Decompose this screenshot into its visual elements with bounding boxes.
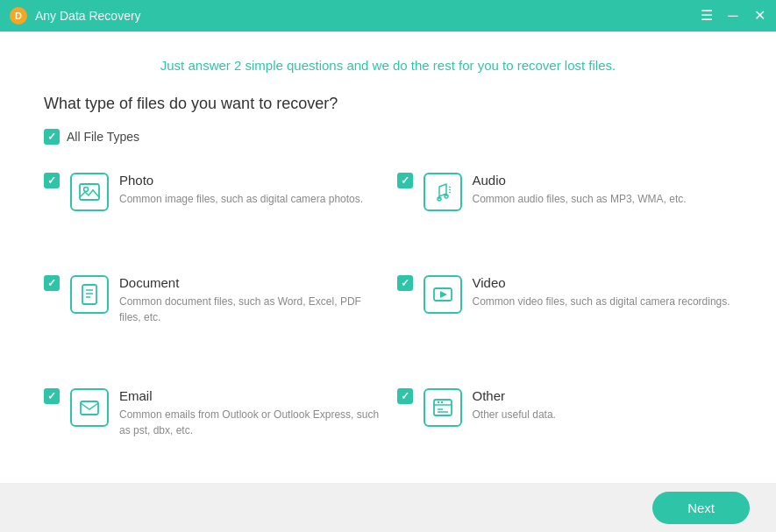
file-type-audio: Audio Common audio files, such as MP3, W… [397,162,733,256]
other-info: Other Other useful data. [473,388,733,422]
file-type-other: Other Other useful data. [397,378,733,483]
svg-rect-2 [80,184,99,200]
audio-info: Audio Common audio files, such as MP3, W… [473,173,733,207]
titlebar: D Any Data Recovery ☰ ─ ✕ [0,0,776,32]
email-desc: Common emails from Outlook or Outlook Ex… [119,407,380,438]
audio-icon [431,180,455,204]
photo-icon [77,180,102,204]
other-checkbox[interactable] [397,388,413,404]
app-logo: D [9,6,28,25]
svg-point-3 [84,188,89,192]
app-title: Any Data Recovery [35,9,699,23]
main-content: Just answer 2 simple questions and we do… [0,32,776,483]
video-checkbox[interactable] [397,275,413,291]
document-icon-wrap [70,275,109,314]
all-file-types-checkbox[interactable] [44,129,60,145]
email-info: Email Common emails from Outlook or Outl… [119,388,380,438]
photo-name: Photo [119,173,380,188]
email-icon [77,395,102,420]
video-icon-wrap [424,275,462,314]
svg-marker-16 [440,291,447,298]
close-button[interactable]: ✕ [751,8,767,24]
minimize-button[interactable]: ─ [725,8,741,24]
other-desc: Other useful data. [473,407,733,422]
svg-rect-11 [82,285,96,304]
svg-line-9 [449,189,451,190]
subtitle-text: Just answer 2 simple questions and we do… [44,58,732,73]
document-info: Document Common document files, such as … [119,275,380,325]
svg-line-8 [449,187,451,188]
video-info: Video Common video files, such as digita… [473,275,733,309]
file-type-document: Document Common document files, such as … [44,265,380,370]
svg-line-10 [449,192,451,193]
audio-checkbox[interactable] [397,173,413,188]
svg-text:D: D [15,11,22,21]
other-name: Other [473,388,733,403]
bottom-bar: Next [0,483,776,532]
next-button[interactable]: Next [652,492,750,524]
file-type-email: Email Common emails from Outlook or Outl… [44,378,380,483]
photo-desc: Common image files, such as digital came… [119,191,380,207]
other-icon [431,395,455,420]
email-checkbox[interactable] [44,388,60,404]
menu-button[interactable]: ☰ [699,8,715,24]
window-controls: ☰ ─ ✕ [699,8,767,24]
other-icon-wrap [424,388,462,427]
all-file-types-row: All File Types [44,129,732,145]
video-desc: Common video files, such as digital came… [473,294,733,309]
document-name: Document [119,275,380,290]
file-types-grid: Photo Common image files, such as digita… [44,162,732,483]
svg-point-20 [437,401,438,403]
document-checkbox[interactable] [44,275,60,291]
photo-checkbox[interactable] [44,173,60,188]
file-type-video: Video Common video files, such as digita… [397,265,733,370]
svg-rect-17 [81,401,98,415]
audio-name: Audio [473,173,733,188]
email-icon-wrap [70,388,109,427]
video-icon [431,282,455,307]
svg-point-21 [440,401,442,403]
all-file-types-label: All File Types [67,130,139,144]
document-icon [77,282,102,307]
email-name: Email [119,388,380,403]
audio-icon-wrap [424,173,462,211]
photo-icon-wrap [70,173,109,211]
file-type-photo: Photo Common image files, such as digita… [44,162,380,256]
audio-desc: Common audio files, such as MP3, WMA, et… [473,191,733,207]
video-name: Video [473,275,733,290]
question-label: What type of files do you want to recove… [44,95,732,113]
photo-info: Photo Common image files, such as digita… [119,173,380,207]
document-desc: Common document files, such as Word, Exc… [119,294,380,325]
